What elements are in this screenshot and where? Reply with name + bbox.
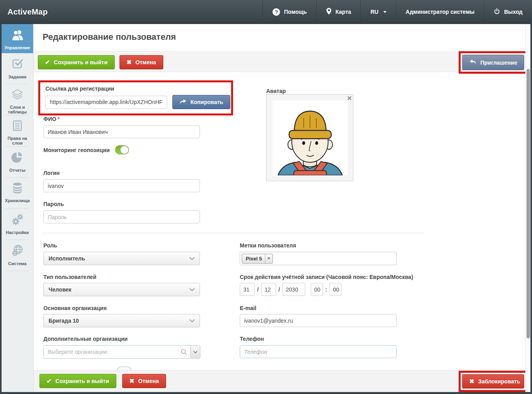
copy-link-label: Копировать (190, 99, 223, 105)
user-tag-text: Pixel 5 (242, 254, 265, 263)
role-value: Исполнитель (49, 255, 85, 262)
password-input[interactable] (43, 210, 200, 223)
main-org-value: Бригада 10 (49, 318, 79, 324)
sidebar-item-label: Управление (4, 45, 31, 50)
caret-down-icon (383, 11, 386, 13)
expiry-month-input[interactable] (261, 283, 276, 296)
user-tag[interactable]: Pixel 5 » (242, 254, 273, 264)
sidebar-item-storage[interactable]: Хранилища (2, 178, 33, 209)
language-menu-item[interactable]: RU (360, 0, 396, 24)
expiry-day-input[interactable] (240, 283, 255, 296)
sidebar-item-layer-rights[interactable]: Права на слои (2, 115, 33, 147)
invite-highlight-box: Приглашение (459, 51, 528, 74)
registration-link-highlight-box: Ссылка для регистрации Копировать (38, 80, 233, 115)
extra-orgs-dropdown-button[interactable] (190, 346, 200, 358)
current-user-label: Администратор системы (406, 9, 475, 15)
check-icon: ✔ (47, 377, 52, 385)
chevron-down-icon (189, 288, 195, 291)
registration-link-input[interactable] (45, 96, 167, 109)
avatar-image (273, 100, 348, 175)
sidebar-item-reports[interactable]: Отчеты (2, 147, 33, 178)
password-label: Пароль (43, 201, 64, 207)
user-tags-label: Метки пользователя (240, 242, 296, 249)
geo-monitoring-toggle[interactable] (115, 145, 129, 154)
role-select[interactable]: Исполнитель (43, 252, 200, 265)
page-title: Редактирование пользователя (43, 32, 176, 42)
sidebar-item-label: Настройки (5, 230, 30, 235)
svg-text:C: C (13, 251, 16, 256)
login-input[interactable] (43, 179, 200, 192)
block-highlight-box: ✖ Заблокировать (459, 371, 528, 392)
sidebar-item-management[interactable]: Управление (2, 24, 33, 53)
section-divider (43, 233, 424, 233)
tag-expand-icon[interactable]: » (265, 254, 273, 263)
sidebar-item-label: Отчеты (8, 168, 26, 173)
sidebar-item-label: Хранилища (4, 198, 31, 203)
expiry-hours-input[interactable] (311, 283, 323, 296)
full-name-label: ФИО* (43, 116, 60, 122)
topnav: ? Помощь Карта RU Администратор системы … (263, 0, 532, 24)
logout-menu-item[interactable]: Выход (484, 0, 532, 24)
vertical-scrollbar[interactable] (525, 24, 530, 392)
geo-monitoring-label: Мониторинг геопозиции (43, 147, 110, 153)
current-user-menu-item[interactable]: Администратор системы (396, 0, 484, 24)
user-tags-field[interactable]: Pixel 5 » (240, 252, 397, 265)
close-icon[interactable]: × (347, 94, 352, 102)
map-label: Карта (336, 9, 351, 15)
full-name-input[interactable] (43, 125, 200, 138)
cross-icon: ✖ (127, 59, 132, 66)
scrollbar-thumb[interactable] (526, 69, 530, 338)
email-label: E-mail (240, 305, 256, 311)
user-type-label: Тип пользователей (43, 274, 96, 280)
invitation-button[interactable]: Приглашение (462, 55, 524, 70)
toggle-knob (120, 146, 129, 154)
save-exit-label: Сохранить и выйти (56, 378, 109, 384)
copy-link-button[interactable]: Копировать (172, 95, 230, 109)
email-input[interactable] (240, 314, 397, 327)
invitation-label: Приглашение (480, 59, 517, 66)
avatar-label: Аватар (266, 88, 286, 94)
layer-rights-icon (11, 120, 23, 133)
required-mark: * (58, 116, 60, 122)
phone-input[interactable] (240, 345, 397, 358)
help-label: Помощь (284, 9, 307, 15)
expiry-label: Срок действия учётной записи (Часовой по… (240, 274, 413, 280)
chevron-down-icon (189, 257, 195, 260)
map-menu-item[interactable]: Карта (316, 0, 361, 24)
sidebar-item-system[interactable]: C Система (2, 240, 33, 271)
topbar: ActiveMap ? Помощь Карта RU Администрато… (0, 0, 532, 24)
role-label: Роль (43, 242, 57, 249)
extra-orgs-input[interactable] (44, 346, 181, 358)
login-label: Логин (43, 170, 60, 176)
block-user-label: Заблокировать (478, 378, 521, 385)
cancel-label: Отмена (136, 59, 156, 65)
sidebar-item-tasks[interactable]: Задания (2, 53, 33, 84)
sidebar-item-label: Задания (7, 74, 27, 79)
save-exit-button-bottom[interactable]: ✔ Сохранить и выйти (39, 374, 116, 388)
main-org-select[interactable]: Бригада 10 (43, 314, 200, 327)
help-menu-item[interactable]: ? Помощь (263, 0, 316, 24)
extra-orgs-label: Дополнительные организации (43, 336, 128, 342)
settings-icon (11, 213, 24, 227)
expiry-fields: / / : (240, 283, 342, 296)
sidebar-item-layers[interactable]: Слои и таблицы (2, 84, 33, 115)
sidebar-item-label: Права на слои (2, 136, 33, 145)
app-window: ActiveMap ? Помощь Карта RU Администрато… (0, 0, 532, 394)
date-separator: / (276, 286, 282, 293)
expiry-minutes-input[interactable] (329, 283, 342, 296)
main-org-label: Основная организация (43, 305, 106, 311)
user-type-select[interactable]: Человек (43, 283, 200, 296)
sidebar-item-settings[interactable]: Настройки (2, 209, 33, 240)
save-exit-button-top[interactable]: ✔ Сохранить и выйти (38, 55, 115, 69)
sidebar-item-label: Система (7, 261, 27, 266)
registration-link-label: Ссылка для регистрации (45, 85, 231, 92)
cancel-button-top[interactable]: ✖ Отмена (119, 55, 163, 69)
cancel-button-bottom[interactable]: ✖ Отмена (122, 374, 166, 388)
search-icon (181, 346, 190, 358)
app-logo: ActiveMap (0, 7, 48, 17)
block-user-button[interactable]: ✖ Заблокировать (462, 374, 524, 388)
expiry-year-input[interactable] (282, 283, 305, 296)
system-icon: C (11, 244, 24, 258)
users-icon (10, 29, 24, 43)
sidebar: Управление Задания Слои и таблицы Права … (2, 24, 34, 392)
